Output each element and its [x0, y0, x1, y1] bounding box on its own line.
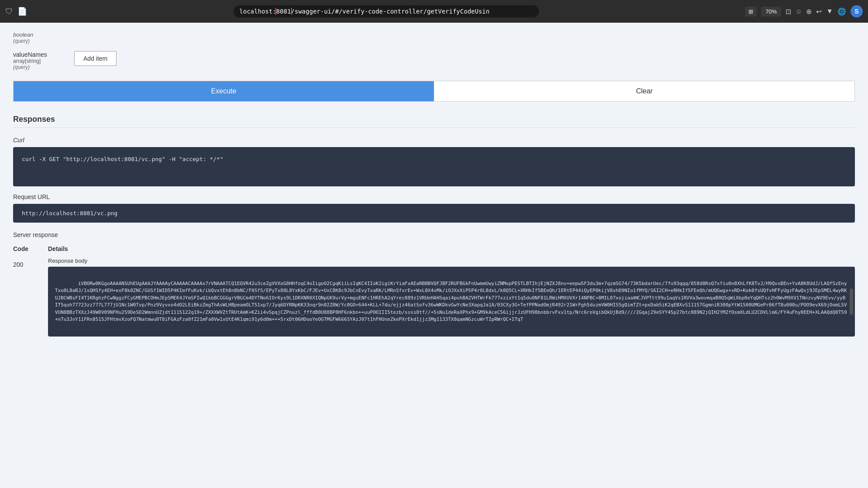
- page-icon: 📄: [17, 7, 27, 16]
- responses-title: Responses: [13, 115, 855, 128]
- server-response-label: Server response: [13, 231, 855, 238]
- browser-chrome: 🛡 📄 localhost:8081/swagger-ui/#/verify-c…: [0, 0, 868, 23]
- request-url-label: Request URL: [13, 193, 855, 200]
- boolean-type-label: boolean: [13, 31, 855, 38]
- zoom-control[interactable]: 70%: [761, 7, 781, 17]
- execute-button[interactable]: Execute: [14, 81, 434, 101]
- star-icon[interactable]: ☆: [796, 7, 802, 16]
- shield-icon: 🛡: [5, 7, 13, 16]
- port-highlight: 8081: [276, 8, 291, 15]
- response-code-value: 200: [13, 258, 48, 271]
- add-item-button[interactable]: Add item: [74, 51, 117, 66]
- param-query-label: (query): [13, 64, 65, 70]
- address-bar[interactable]: localhost:8081/swagger-ui/#/verify-code-…: [233, 5, 539, 17]
- dropdown-icon[interactable]: ▼: [826, 7, 833, 15]
- response-body-label: Response body: [48, 258, 855, 264]
- value-names-section: valueNames array[string] (query) Add ite…: [13, 51, 855, 70]
- param-name-label: valueNames: [13, 51, 65, 58]
- details-col-header: Details: [48, 244, 855, 254]
- page-content: boolean (query) valueNames array[string]…: [0, 23, 868, 488]
- boolean-query-label: (query): [13, 38, 855, 44]
- globe-icon[interactable]: 🌐: [837, 7, 846, 16]
- value-names-label-group: valueNames array[string] (query): [13, 51, 65, 70]
- curl-code-block: curl -X GET "http://localhost:8081/vc.pn…: [13, 147, 855, 186]
- back-icon[interactable]: ↩: [816, 7, 822, 16]
- response-body-block[interactable]: iVBORw0KGgoAAAANSUhEUgAAAJYAAAAyCAAAAACA…: [48, 267, 855, 337]
- response-body-section: Response body iVBORw0KGgoAAAANSUhEUgAAAJ…: [48, 258, 855, 337]
- response-row: 200 Response body iVBORw0KGgoAAAANSUhEUg…: [13, 258, 855, 337]
- curl-command-text: curl -X GET "http://localhost:8081/vc.pn…: [22, 156, 223, 162]
- boolean-param-section: boolean (query): [13, 31, 855, 44]
- code-col-header: Code: [13, 244, 48, 254]
- clear-button[interactable]: Clear: [434, 81, 854, 101]
- zoom-value: 70%: [765, 8, 777, 15]
- curl-label: Curl: [13, 137, 855, 144]
- response-table-header: Code Details: [13, 244, 855, 254]
- translate-icon[interactable]: ⊡: [786, 7, 791, 16]
- qr-button[interactable]: ⊞: [745, 7, 757, 17]
- address-text[interactable]: localhost:8081/swagger-ui/#/verify-code-…: [240, 8, 490, 15]
- response-body-text: iVBORw0KGgoAAAANSUhEUgAAAJYAAAAyCAAAAACA…: [55, 281, 847, 323]
- request-url-value: http://localhost:8081/vc.png: [13, 204, 855, 223]
- extensions-icon[interactable]: ⊕: [806, 7, 812, 16]
- scrollbar-indicator[interactable]: [850, 289, 853, 315]
- action-buttons-group: Execute Clear: [13, 81, 855, 102]
- qr-icon: ⊞: [748, 8, 753, 15]
- param-type-label: array[string]: [13, 58, 65, 64]
- profile-avatar[interactable]: S: [851, 5, 863, 17]
